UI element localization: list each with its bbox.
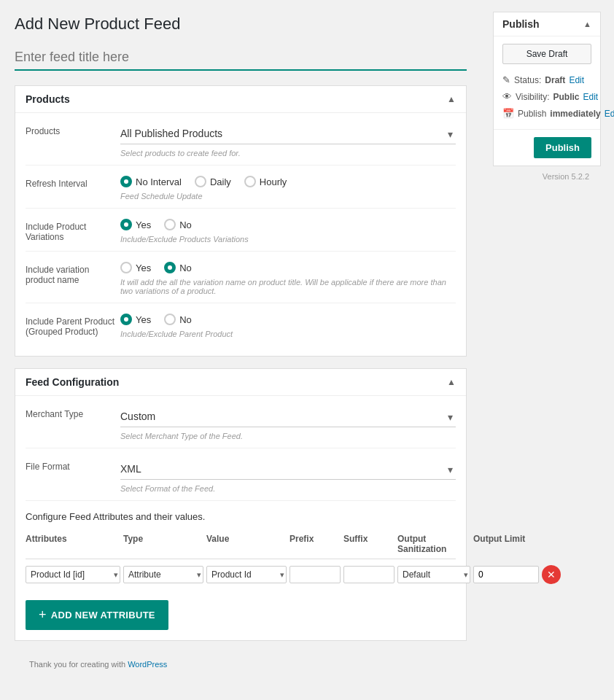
- radio-varname-yes-indicator: [120, 262, 132, 273]
- output-sanitization-select[interactable]: Default Strip Tags Encode HTML: [397, 566, 470, 583]
- variation-name-hint: It will add the all the variation name o…: [120, 278, 456, 295]
- output-sanitization-select-wrapper: Default Strip Tags Encode HTML: [397, 566, 470, 583]
- products-section: Products ▲ Products All Published Produc…: [15, 85, 467, 357]
- file-format-control: XML CSV TSV Select Format of the Feed.: [120, 459, 456, 493]
- attributes-table-header: Attributes Type Value Prefix Suffix Outp…: [26, 529, 456, 559]
- products-section-title: Products: [26, 93, 70, 105]
- calendar-icon: 📅: [502, 108, 514, 119]
- publish-button[interactable]: Publish: [534, 137, 591, 158]
- refresh-interval-control: No Interval Daily Hourly Feed Sche: [120, 176, 456, 201]
- file-format-select[interactable]: XML CSV TSV: [120, 459, 456, 480]
- publish-time-value: immediately: [550, 109, 600, 119]
- radio-parent-yes-indicator: [120, 314, 132, 325]
- products-select[interactable]: All Published Products Featured Products…: [120, 123, 456, 144]
- value-select-wrapper: Product Id Product Title: [206, 566, 287, 583]
- visibility-row: 👁 Visibility: Public Edit: [502, 88, 591, 105]
- radio-parent-no[interactable]: No: [164, 314, 192, 325]
- radio-varname-no[interactable]: No: [164, 262, 192, 273]
- radio-no-interval-label: No Interval: [136, 176, 182, 187]
- radio-hourly-indicator: [244, 176, 256, 187]
- products-field-row: Products All Published Products Featured…: [26, 113, 456, 166]
- radio-varname-yes[interactable]: Yes: [120, 262, 151, 273]
- merchant-type-control: Custom Google Facebook Select Merchant T…: [120, 406, 456, 440]
- variation-name-radio-group: Yes No: [120, 262, 456, 273]
- pencil-icon: ✎: [502, 74, 510, 85]
- include-parent-label: Include Parent Product (Grouped Product): [26, 314, 120, 337]
- merchant-type-select[interactable]: Custom Google Facebook: [120, 406, 456, 427]
- type-select-wrapper: Attribute Static Pattern: [123, 566, 203, 583]
- publish-box: Publish ▲ Save Draft ✎ Status: Draft Edi…: [493, 12, 601, 166]
- radio-varname-yes-label: Yes: [136, 262, 151, 273]
- radio-no-interval[interactable]: No Interval: [120, 176, 182, 187]
- status-edit-link[interactable]: Edit: [569, 75, 584, 85]
- feed-config-section-title: Feed Configuration: [26, 376, 119, 388]
- publish-time-row: 📅 Publish immediately Edit: [502, 105, 591, 122]
- radio-variations-no-label: No: [179, 219, 192, 230]
- status-label: Status:: [514, 75, 541, 85]
- refresh-interval-label: Refresh Interval: [26, 176, 120, 189]
- radio-variations-no-indicator: [164, 219, 176, 230]
- configure-attributes-label: Configure Feed Attributes and their valu…: [26, 501, 456, 529]
- products-select-wrapper: All Published Products Featured Products…: [120, 123, 456, 144]
- include-variations-field-row: Include Product Variations Yes No: [26, 209, 456, 252]
- publish-time-label: Publish: [518, 109, 546, 119]
- feed-config-collapse-icon[interactable]: ▲: [447, 377, 456, 387]
- file-format-select-wrapper: XML CSV TSV: [120, 459, 456, 480]
- version-text: Version 5.2.2: [493, 166, 601, 187]
- include-variations-label: Include Product Variations: [26, 219, 120, 242]
- products-section-collapse-icon[interactable]: ▲: [447, 94, 456, 104]
- radio-parent-no-indicator: [164, 314, 176, 325]
- include-parent-hint: Include/Exclude Parent Product: [120, 330, 456, 338]
- radio-daily[interactable]: Daily: [195, 176, 231, 187]
- visibility-value: Public: [553, 92, 579, 102]
- prefix-input[interactable]: [289, 566, 341, 583]
- publish-body: Save Draft ✎ Status: Draft Edit 👁 Visibi…: [494, 36, 600, 129]
- save-draft-button[interactable]: Save Draft: [502, 44, 591, 64]
- products-control: All Published Products Featured Products…: [120, 123, 456, 158]
- publish-collapse-icon[interactable]: ▲: [583, 20, 591, 28]
- refresh-interval-field-row: Refresh Interval No Interval Daily: [26, 166, 456, 209]
- plus-icon: +: [39, 607, 47, 623]
- radio-parent-no-label: No: [179, 314, 192, 325]
- merchant-type-label: Merchant Type: [26, 406, 120, 419]
- include-variations-control: Yes No Include/Exclude Products Variatio…: [120, 219, 456, 244]
- radio-variations-no[interactable]: No: [164, 219, 192, 230]
- publish-time-edit-link[interactable]: Edit: [605, 109, 614, 119]
- radio-variations-yes[interactable]: Yes: [120, 219, 151, 230]
- radio-variations-yes-label: Yes: [136, 219, 151, 230]
- visibility-edit-link[interactable]: Edit: [583, 92, 598, 102]
- publish-header-label: Publish: [502, 18, 540, 30]
- col-header-attributes: Attributes: [26, 534, 120, 554]
- add-attribute-label: ADD NEW ATTRIBUTE: [51, 610, 155, 621]
- include-variations-hint: Include/Exclude Products Variations: [120, 235, 456, 244]
- col-header-suffix: Suffix: [343, 534, 395, 554]
- products-hint: Select products to create feed for.: [120, 149, 456, 158]
- value-select[interactable]: Product Id Product Title: [206, 566, 287, 583]
- type-select[interactable]: Attribute Static Pattern: [123, 566, 203, 583]
- radio-parent-yes-label: Yes: [136, 314, 151, 325]
- file-format-hint: Select Format of the Feed.: [120, 484, 456, 493]
- publish-footer: Publish: [494, 129, 600, 166]
- add-new-attribute-button[interactable]: + ADD NEW ATTRIBUTE: [26, 600, 168, 630]
- include-variations-radio-group: Yes No: [120, 219, 456, 230]
- publish-box-header: Publish ▲: [494, 12, 600, 36]
- include-parent-field-row: Include Parent Product (Grouped Product)…: [26, 303, 456, 346]
- attribute-select-wrapper: Product Id [id] Product Title Product Pr…: [26, 566, 120, 583]
- file-format-field-row: File Format XML CSV TSV Select Format of…: [26, 448, 456, 501]
- wordpress-link[interactable]: WordPress: [128, 660, 167, 669]
- radio-parent-yes[interactable]: Yes: [120, 314, 151, 325]
- merchant-type-field-row: Merchant Type Custom Google Facebook Sel…: [26, 396, 456, 448]
- feed-title-input[interactable]: [15, 45, 467, 71]
- radio-no-interval-indicator: [120, 176, 132, 187]
- variation-name-field-row: Include variation product name Yes No: [26, 252, 456, 303]
- products-label: Products: [26, 123, 120, 136]
- include-parent-control: Yes No Include/Exclude Parent Product: [120, 314, 456, 338]
- radio-hourly[interactable]: Hourly: [244, 176, 287, 187]
- attribute-select[interactable]: Product Id [id] Product Title Product Pr…: [26, 566, 120, 583]
- attribute-row: Product Id [id] Product Title Product Pr…: [26, 559, 456, 590]
- visibility-label: Visibility:: [516, 92, 549, 102]
- status-value: Draft: [545, 75, 565, 85]
- include-parent-radio-group: Yes No: [120, 314, 456, 325]
- merchant-type-select-wrapper: Custom Google Facebook: [120, 406, 456, 427]
- suffix-input[interactable]: [343, 566, 395, 583]
